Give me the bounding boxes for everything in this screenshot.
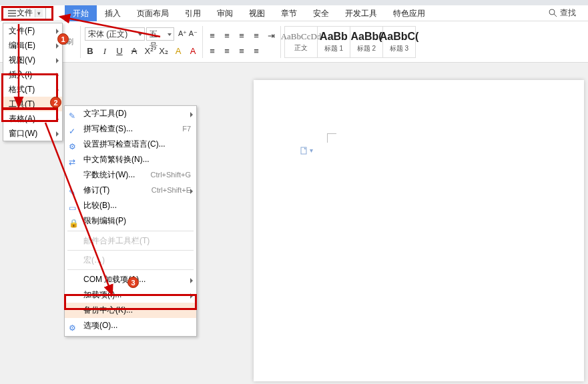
tab-start[interactable]: 开始 [65, 5, 97, 21]
hamburger-icon [7, 9, 17, 17]
menu-item[interactable]: 格式(T) [3, 82, 62, 97]
style-标题 2[interactable]: AaBb(标题 2 [350, 26, 383, 58]
submenu-item[interactable]: ✓拼写检查(S)...F7 [65, 121, 196, 137]
italic-button[interactable]: I [99, 46, 110, 57]
bold-button[interactable]: B [85, 46, 95, 57]
submenu-item[interactable]: ⚙设置拼写检查语言(C)... [65, 137, 196, 152]
svg-line-4 [554, 14, 557, 17]
tab-layout[interactable]: 页面布局 [129, 5, 177, 21]
font-size-select[interactable]: 五号 [146, 27, 174, 41]
submenu-item[interactable]: ▭比较(B)... [65, 198, 196, 213]
submenu-item[interactable]: ⇄中文简繁转换(N)... [65, 152, 196, 167]
menu-item[interactable]: 插入(I) [3, 67, 62, 82]
file-dropdown-menu: 文件(F)编辑(E)视图(V)插入(I)格式(T)工具(T)表格(A)窗口(W) [3, 23, 63, 141]
tab-references[interactable]: 引用 [177, 5, 209, 21]
submenu-item[interactable]: ✎文字工具(D) [65, 106, 196, 121]
menu-icon: ⇄ [69, 155, 79, 165]
menu-icon: ✓ [69, 124, 79, 134]
file-menu-label: 文件 [17, 7, 33, 19]
tab-review[interactable]: 审阅 [209, 5, 241, 21]
submenu-item[interactable]: ⚙选项(O)... [65, 318, 196, 333]
menu-item[interactable]: 表格(A) [3, 111, 62, 126]
svg-point-3 [549, 9, 555, 15]
tab-special[interactable]: 特色应用 [385, 5, 433, 21]
step-2-badge: 2 [50, 97, 61, 108]
subscript-button[interactable]: X₂ [158, 46, 169, 57]
tab-developer[interactable]: 开发工具 [337, 5, 385, 21]
style-标题 1[interactable]: AaBb标题 1 [317, 26, 350, 58]
submenu-item[interactable]: ✎修订(T)Ctrl+Shift+E [65, 183, 196, 198]
tab-view[interactable]: 视图 [241, 5, 273, 21]
align-justify-button[interactable]: ≡ [251, 46, 262, 56]
strike-button[interactable]: A [129, 46, 139, 57]
menu-icon: 🔒 [69, 216, 79, 226]
menu-icon: ▭ [69, 201, 79, 211]
find-button[interactable]: 查找 [549, 7, 576, 19]
chevron-down-icon: ▾ [35, 9, 43, 17]
tab-security[interactable]: 安全 [305, 5, 337, 21]
svg-rect-5 [301, 147, 306, 154]
page-indicator-icon: ▾ [300, 147, 313, 155]
highlight-button[interactable]: A [173, 46, 184, 57]
submenu-item[interactable]: 加载项(I)... [65, 287, 196, 303]
menu-item[interactable]: 编辑(E) [3, 38, 62, 53]
menu-icon: ✎ [69, 185, 79, 195]
submenu-item[interactable]: 字数统计(W)...Ctrl+Shift+G [65, 167, 196, 183]
align-center-button[interactable]: ≡ [222, 46, 232, 56]
underline-button[interactable]: U [114, 46, 125, 57]
font-name-select[interactable]: 宋体 (正文) [85, 27, 145, 41]
submenu-item[interactable]: 备份中心(K)... [65, 303, 196, 318]
menu-item[interactable]: 文件(F) [3, 23, 62, 38]
menu-icon: ⚙ [69, 321, 79, 331]
file-menu-button[interactable]: 文件 ▾ [3, 6, 46, 21]
document-page[interactable]: ▾ [254, 80, 584, 381]
style-标题 3[interactable]: AaBbC(标题 3 [382, 26, 416, 58]
menu-item[interactable]: 视图(V) [3, 53, 62, 67]
font-color-button[interactable]: A [188, 46, 198, 57]
menu-item[interactable]: 窗口(W) [3, 126, 62, 141]
menu-icon: ✎ [69, 109, 79, 119]
tab-section[interactable]: 章节 [273, 5, 305, 21]
align-left-button[interactable]: ≡ [207, 46, 218, 56]
menu-icon: ⚙ [69, 139, 79, 149]
tools-submenu: ✎文字工具(D)✓拼写检查(S)...F7⚙设置拼写检查语言(C)...⇄中文简… [64, 105, 197, 337]
align-right-button[interactable]: ≡ [236, 46, 247, 56]
step-3-badge: 3 [127, 277, 139, 288]
submenu-item[interactable]: 🔒限制编辑(P) [65, 213, 196, 229]
tab-insert[interactable]: 插入 [97, 5, 129, 21]
style-正文[interactable]: AaBbCcDd正文 [284, 26, 318, 58]
step-1-badge: 1 [57, 33, 69, 45]
search-icon [549, 9, 557, 17]
